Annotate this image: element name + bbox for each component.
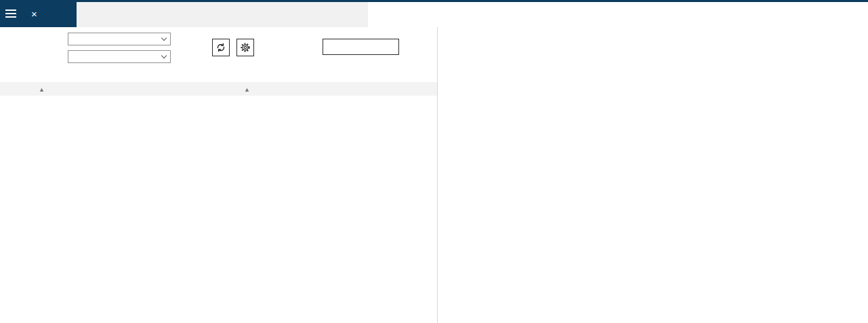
new-project-button[interactable] bbox=[323, 39, 399, 55]
column-header-project[interactable]: ▲ bbox=[37, 85, 45, 93]
column-header-priority[interactable]: ▲ bbox=[243, 85, 250, 93]
sort-indicator: ▲ bbox=[39, 86, 45, 93]
refresh-button[interactable] bbox=[212, 39, 230, 56]
settings-button[interactable] bbox=[236, 39, 254, 56]
gantt-bars-layer bbox=[438, 27, 868, 323]
refresh-icon bbox=[215, 41, 227, 54]
table-header: ▲ ▲ bbox=[0, 82, 437, 96]
tab-projects[interactable]: × bbox=[0, 0, 77, 27]
close-icon[interactable]: × bbox=[31, 9, 37, 19]
chevron-down-icon bbox=[161, 53, 167, 58]
tab-utilization[interactable] bbox=[173, 0, 234, 27]
chevron-down-icon bbox=[161, 35, 167, 41]
gantt-chart bbox=[437, 27, 868, 323]
filter-select[interactable] bbox=[68, 50, 171, 63]
menu-icon[interactable] bbox=[5, 10, 16, 18]
tab-utilization-by-skills[interactable] bbox=[261, 0, 349, 27]
gear-icon bbox=[239, 41, 251, 54]
tab-bar: × bbox=[0, 0, 868, 27]
tab-my-watchlist[interactable] bbox=[83, 0, 148, 27]
sort-indicator: ▲ bbox=[244, 86, 250, 93]
group-by-select[interactable] bbox=[68, 33, 171, 45]
